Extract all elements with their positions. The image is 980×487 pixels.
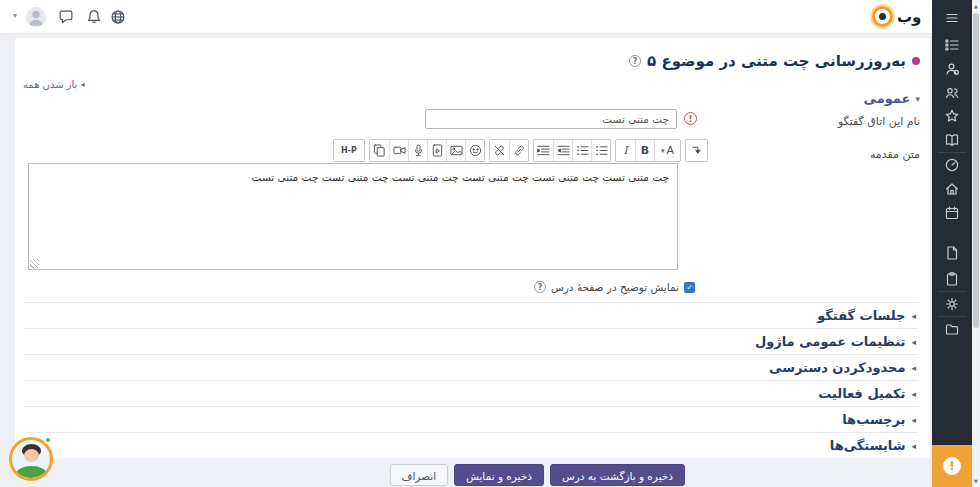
chevron-left-icon: ◂: [911, 363, 916, 373]
font-color-button[interactable]: ▾A: [654, 140, 680, 161]
intro-field-label: متن مقدمه: [870, 148, 920, 161]
italic-button[interactable]: I: [616, 140, 635, 161]
chevron-left-icon: ◂: [911, 311, 916, 321]
activity-dot-icon: [912, 57, 920, 65]
expand-all-link[interactable]: ◂ باز شدن همه: [23, 79, 84, 90]
expand-all-caret-icon: ◂: [80, 80, 84, 89]
section-header-general[interactable]: ▾ عمومی: [864, 91, 920, 106]
editor-content[interactable]: چت متنی تست چت متنی تست چت متنی تست چت م…: [29, 164, 677, 191]
show-description-row: ✓ نمایش توضیح در صفحهٔ درس ?: [534, 281, 695, 293]
home-icon[interactable]: [944, 181, 960, 197]
form-actions: ذخیره و بازگشت به درس ذخیره و نمایش انصر…: [390, 464, 685, 486]
section-title: تکمیل فعالیت: [818, 386, 905, 401]
insert-image-icon[interactable]: [446, 140, 465, 161]
resize-grip-icon[interactable]: [30, 259, 39, 268]
section-title: برچسب‌ها: [842, 412, 905, 427]
sidebar-divider: [938, 316, 966, 317]
collapse-toolbar-icon[interactable]: [686, 140, 707, 161]
section-title: تنظیمات عمومی ماژول: [755, 334, 906, 349]
grades-book-icon[interactable]: [944, 132, 960, 148]
expand-all-label: باز شدن همه: [23, 79, 77, 90]
toolbar-group-toggle: [685, 139, 708, 162]
font-label: A: [666, 144, 674, 157]
user-avatar[interactable]: [26, 7, 46, 27]
show-description-label: نمایش توضیح در صفحهٔ درس: [551, 281, 679, 293]
toolbar-group-format: I B ▾A: [615, 139, 681, 162]
section-header-activity-completion[interactable]: ◂ تکمیل فعالیت: [25, 380, 918, 406]
show-description-checkbox[interactable]: ✓: [684, 282, 695, 293]
app-window: ▾ وب: [0, 0, 980, 487]
section-title: محدودکردن دسترسی: [769, 360, 905, 375]
settings-gear-icon[interactable]: [944, 296, 960, 312]
indent-icon[interactable]: [534, 140, 553, 161]
section-header-tags[interactable]: ◂ برچسب‌ها: [25, 406, 918, 432]
page-title: به‌روزرسانی چت متنی در موضوع ۵ ?: [629, 52, 920, 70]
toolbar-group-html: H-P: [333, 139, 365, 162]
chevron-left-icon: ◂: [911, 337, 916, 347]
emoji-picker-icon[interactable]: [465, 140, 484, 161]
main-content-card: به‌روزرسانی چت متنی در موضوع ۵ ? ◂ باز ش…: [15, 38, 930, 458]
cancel-button[interactable]: انصراف: [390, 464, 449, 486]
caret-down-icon[interactable]: ▾: [13, 11, 17, 20]
icon-sidebar: !: [932, 0, 972, 487]
sidebar-divider: [938, 291, 966, 292]
chat-bubble-icon[interactable]: [58, 9, 74, 25]
bold-button[interactable]: B: [635, 140, 654, 161]
intro-editor-textarea[interactable]: چت متنی تست چت متنی تست چت متنی تست چت م…: [28, 163, 678, 270]
outdent-icon[interactable]: [553, 140, 572, 161]
general-section-label: عمومی: [864, 91, 911, 106]
topbar: ▾ وب: [0, 0, 932, 34]
content-bank-icon[interactable]: [944, 271, 960, 287]
record-video-icon[interactable]: [389, 140, 408, 161]
save-return-button[interactable]: ذخیره و بازگشت به درس: [550, 464, 685, 486]
scroll-up-icon[interactable]: ▲: [972, 3, 980, 9]
scroll-down-icon[interactable]: ▼: [972, 478, 980, 484]
record-audio-icon[interactable]: [408, 140, 427, 161]
toolbar-group-lists: [533, 139, 611, 162]
collapsed-sections: ◂ جلسات گفتگو ◂ تنظیمات عمومی ماژول ◂ مح…: [25, 302, 918, 458]
my-courses-folder-icon[interactable]: [944, 321, 960, 337]
person-icon: [26, 7, 46, 27]
chevron-down-icon: ▾: [915, 94, 920, 104]
section-header-restrict-access[interactable]: ◂ محدودکردن دسترسی: [25, 354, 918, 380]
chevron-left-icon: ◂: [911, 415, 916, 425]
description-help-icon[interactable]: ?: [534, 281, 546, 293]
participants-icon[interactable]: [944, 85, 960, 101]
support-button[interactable]: !: [932, 445, 972, 487]
manage-files-icon[interactable]: [370, 140, 389, 161]
private-files-icon[interactable]: [944, 245, 960, 261]
course-index-icon[interactable]: [944, 37, 960, 53]
starred-icon[interactable]: [944, 108, 960, 124]
link-icon[interactable]: [509, 140, 528, 161]
notification-bell-icon[interactable]: [86, 9, 102, 25]
chevron-left-icon: ◂: [911, 389, 916, 399]
save-display-button[interactable]: ذخیره و نمایش: [454, 464, 544, 486]
avatar-body: [16, 466, 47, 481]
calendar-icon[interactable]: [944, 205, 960, 221]
scrollbar-thumb[interactable]: [973, 13, 979, 328]
ordered-list-icon[interactable]: [572, 140, 591, 161]
insert-media-icon[interactable]: [427, 140, 446, 161]
chat-name-input[interactable]: [425, 109, 677, 129]
user-profile-icon[interactable]: [944, 61, 960, 77]
section-header-module-settings[interactable]: ◂ تنظیمات عمومی ماژول: [25, 328, 918, 354]
chevron-left-icon: ◂: [911, 441, 916, 451]
section-header-competencies[interactable]: ◂ شایستگی‌ها: [25, 432, 918, 458]
html-button[interactable]: H-P: [334, 140, 364, 161]
caret-down-icon: ▾: [661, 147, 665, 155]
section-title: شایستگی‌ها: [830, 438, 906, 453]
sidebar-divider: [938, 152, 966, 153]
site-logo[interactable]: وب: [872, 6, 921, 27]
page-scrollbar[interactable]: ▲ ▼: [972, 0, 980, 487]
unordered-list-icon[interactable]: [591, 140, 610, 161]
logo-text: وب: [897, 8, 921, 26]
toolbar-group-links: [489, 139, 529, 162]
unlink-icon[interactable]: [490, 140, 509, 161]
italic-label: I: [623, 144, 627, 157]
language-globe-icon[interactable]: [110, 9, 126, 25]
dashboard-gauge-icon[interactable]: [944, 157, 960, 173]
page-title-text: به‌روزرسانی چت متنی در موضوع ۵: [647, 52, 906, 70]
section-header-chat-sessions[interactable]: ◂ جلسات گفتگو: [25, 302, 918, 328]
title-help-icon[interactable]: ?: [629, 55, 641, 67]
menu-icon[interactable]: [944, 10, 960, 26]
